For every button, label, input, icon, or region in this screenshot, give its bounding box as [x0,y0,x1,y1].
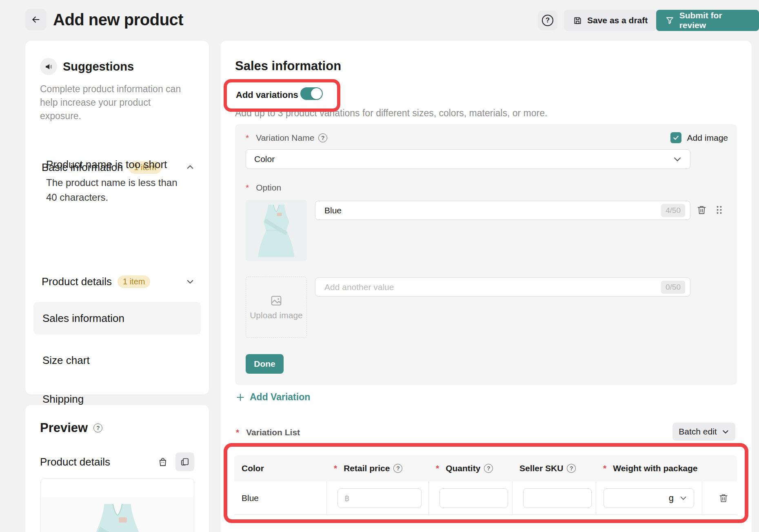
question-circle-icon[interactable] [93,423,102,432]
variation-color-value: Blue [242,493,259,503]
add-variations-label: Add variations [236,90,298,100]
chevron-down-icon[interactable] [186,277,194,286]
help-button[interactable] [538,11,557,30]
char-count: 4/50 [661,204,685,217]
row-weight-cell: g [596,481,702,514]
product-image [41,497,194,532]
suggestions-panel: Suggestions Complete product information… [25,41,209,395]
megaphone-icon [40,58,57,75]
variation-name-label: Variation Name [256,133,314,143]
column-header-weight: Weight with package [596,455,702,481]
add-variation-label: Add Variation [250,392,310,403]
variation-name-value: Color [254,154,275,164]
column-header-seller-sku: Seller SKU [512,455,596,481]
upload-image-label: Upload image [250,310,303,320]
sidebar-item-label: Shipping [42,393,84,406]
variation-name-select[interactable]: Color [246,149,690,169]
toggle-knob [311,88,322,99]
question-circle-icon [542,15,553,26]
column-header-retail-price: Retail price [326,455,428,481]
plus-icon [236,393,245,402]
product-details-badge: 1 item [118,275,150,288]
checkbox-checked-icon [670,132,681,143]
question-circle-icon[interactable] [567,464,576,473]
back-button[interactable] [25,9,47,30]
save-draft-button[interactable]: Save as a draft [564,10,657,31]
chevron-down-icon [679,494,687,502]
sidebar-item-size-chart[interactable]: Size chart [33,346,201,375]
variation-list-label: Variation List [246,428,300,437]
required-asterisk [236,428,239,437]
column-header-quantity: Quantity [428,455,512,481]
issue-title: Product name is too short [46,158,167,171]
seller-sku-input[interactable] [523,488,592,508]
variations-description: Add up to 3 product variations for diffe… [235,108,547,119]
table-header-row: Color Retail price Quantity Seller SKU W… [234,455,737,481]
section-product-details[interactable]: Product details 1 item [42,273,194,290]
option-value: Blue [324,206,342,215]
row-color-cell: Blue [234,481,326,514]
sidebar-item-label: Size chart [42,354,90,367]
weight-unit: g [669,493,674,503]
submit-icon [665,16,675,25]
add-variation-link[interactable]: Add Variation [236,392,310,403]
retail-price-input[interactable]: ฿ [337,488,422,508]
question-circle-icon[interactable] [318,133,327,142]
required-asterisk [334,463,337,473]
required-asterisk [246,183,249,193]
add-image-checkbox[interactable]: Add image [670,132,728,143]
page-title: Add new product [53,11,183,29]
table-row: Blue ฿ g [234,481,737,515]
variation-editor-panel: Variation Name Add image Color Option Bl… [235,124,737,385]
submit-for-review-button[interactable]: Submit for review [656,10,759,31]
sales-information-panel: Sales information Add variations Add up … [220,41,752,532]
question-circle-icon[interactable] [393,464,402,473]
issue-description: The product name is less than 40 charact… [46,175,187,205]
trash-icon [718,493,729,503]
chevron-down-icon [673,155,682,164]
row-seller-sku-cell [512,481,596,514]
preview-panel: Preview Product details [25,405,209,532]
option-image-thumbnail[interactable] [246,200,307,261]
save-draft-label: Save as a draft [587,16,648,25]
chevron-down-icon [722,428,729,435]
add-option-value-input[interactable]: Add another value 0/50 [315,277,690,297]
add-variations-toggle[interactable] [300,87,323,100]
sidebar-item-sales-information[interactable]: Sales information [33,302,201,335]
question-circle-icon[interactable] [484,464,493,473]
row-actions-cell [702,481,737,514]
chevron-up-icon[interactable] [186,163,194,171]
suggestions-title: Suggestions [63,60,134,73]
delete-row-button[interactable] [718,493,729,503]
product-details-label: Product details [42,275,112,288]
required-asterisk [603,463,606,473]
option-value-input[interactable]: Blue 4/50 [315,201,690,220]
row-retail-price-cell: ฿ [326,481,428,514]
column-header-color: Color [234,455,326,481]
lock-icon[interactable] [158,457,168,467]
submit-label: Submit for review [679,11,750,30]
trash-icon [696,204,707,215]
currency-placeholder: ฿ [344,493,350,503]
option-label: Option [256,183,281,193]
quantity-input[interactable] [439,488,508,508]
done-button[interactable]: Done [246,354,284,374]
save-icon [573,16,582,25]
weight-input-with-unit[interactable]: g [604,488,694,508]
duplicate-preview-button[interactable] [175,452,194,471]
back-arrow-icon [31,14,41,25]
section-title: Sales information [235,59,341,73]
preview-image-card [40,478,194,532]
batch-edit-button[interactable]: Batch edit [672,423,735,441]
required-asterisk [436,463,439,473]
sidebar-item-label: Sales information [42,312,124,325]
delete-option-button[interactable] [696,204,707,215]
required-asterisk [246,133,249,143]
preview-title: Preview [40,421,88,435]
copy-icon [180,457,190,467]
variation-table: Color Retail price Quantity Seller SKU W… [234,455,737,515]
image-icon [270,294,283,307]
upload-image-dropzone[interactable]: Upload image [246,277,307,338]
preview-product-details-label: Product details [40,456,110,468]
drag-handle-icon[interactable] [716,205,723,215]
